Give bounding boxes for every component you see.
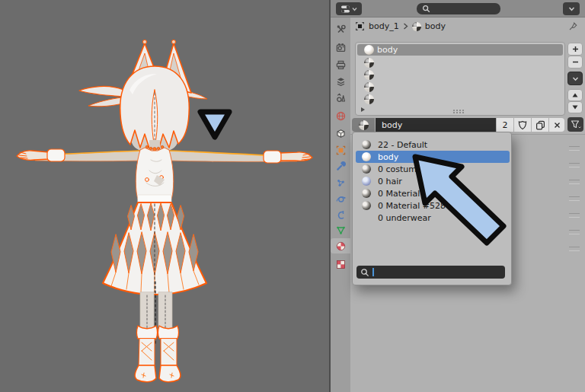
material-slot-empty[interactable] (357, 69, 563, 81)
material-sphere-icon (364, 45, 374, 55)
properties-main: body_1 body body (350, 18, 585, 392)
tab-modifiers[interactable] (331, 158, 350, 174)
fake-user-button[interactable] (514, 118, 531, 132)
material-sphere-icon (362, 140, 371, 149)
pin-icon[interactable] (567, 21, 579, 32)
tab-constraints[interactable] (331, 207, 350, 222)
users-count: 2 (503, 120, 508, 130)
filter-button[interactable] (567, 117, 583, 132)
wrench-icon (336, 161, 346, 171)
boot-right (158, 326, 181, 382)
material-sphere-icon (362, 164, 371, 174)
triangle-down-icon (572, 105, 578, 110)
object-data-icon (336, 225, 346, 235)
panel-grip-icon[interactable] (569, 213, 580, 218)
close-icon (554, 122, 561, 129)
panel-grip-icon[interactable] (569, 163, 580, 167)
slot-specials-button[interactable] (567, 72, 583, 85)
material-sphere-icon (364, 58, 374, 68)
material-sphere-icon (362, 201, 371, 210)
move-slot-up-button[interactable] (567, 89, 583, 101)
breadcrumb: body_1 body (350, 18, 585, 35)
new-material-button[interactable] (532, 118, 548, 132)
move-slot-down-button[interactable] (567, 101, 583, 113)
material-name-field[interactable]: body (376, 118, 496, 132)
header-search-input[interactable] (417, 3, 500, 14)
dropdown-item-label: 0 Material #528 (378, 201, 446, 211)
triangle-up-icon (572, 93, 578, 97)
panel-grip-icon[interactable] (569, 146, 580, 151)
panel-grip-icon[interactable] (569, 230, 580, 234)
header-options-button[interactable] (563, 2, 580, 15)
texture-checker-icon (336, 260, 346, 269)
unlink-material-button[interactable] (549, 118, 564, 132)
tab-output[interactable] (331, 57, 350, 72)
tab-material-active[interactable] (331, 238, 350, 253)
dropdown-item[interactable]: 0 Material #528 (356, 199, 510, 212)
scene-icon (336, 93, 346, 103)
layers-icon (336, 77, 346, 87)
physics-orbit-icon (336, 194, 346, 204)
properties-tab-column (331, 18, 350, 392)
panel-grip-icon[interactable] (569, 196, 580, 201)
chevron-down-icon (572, 76, 579, 81)
tab-world[interactable] (331, 108, 350, 123)
cuff-right (264, 151, 281, 163)
dropdown-item-label: 0 costume (378, 164, 422, 174)
chevron-down-icon (568, 6, 575, 11)
particles-icon (336, 178, 346, 188)
add-slot-button[interactable] (567, 43, 583, 56)
tab-tool[interactable] (331, 21, 350, 37)
viewport-canvas (0, 0, 329, 392)
material-datablock-row: body 2 (352, 118, 564, 132)
breadcrumb-object[interactable]: body_1 (369, 21, 399, 31)
properties-editor-icon (340, 5, 351, 14)
material-slot-selected[interactable]: body (357, 44, 563, 56)
panel-grip-icon[interactable] (569, 247, 580, 251)
dropdown-item[interactable]: 0 costume (356, 163, 510, 175)
minus-icon (572, 59, 579, 65)
tab-collection[interactable] (331, 126, 350, 141)
tab-physics[interactable] (331, 191, 350, 206)
tab-particles[interactable] (331, 175, 350, 190)
dropdown-search-input[interactable] (356, 266, 505, 279)
dropdown-item[interactable]: 22 - Default (356, 139, 510, 151)
remove-slot-button[interactable] (567, 56, 583, 69)
properties-header (331, 0, 585, 18)
dropdown-item[interactable]: 0 underwear (356, 212, 510, 224)
search-icon (360, 268, 369, 277)
tab-object[interactable] (331, 142, 350, 158)
list-resize-grip[interactable] (453, 110, 455, 111)
browse-material-button[interactable] (352, 118, 375, 132)
search-icon (422, 5, 430, 13)
chevron-right-icon (403, 23, 408, 30)
dropdown-item-label: 22 - Default (378, 140, 427, 150)
dropdown-item[interactable]: 0 Material #499 (356, 187, 510, 199)
dropdown-item-label: 0 Material #499 (378, 189, 446, 199)
tab-view-layer[interactable] (331, 74, 350, 89)
editor-type-button[interactable] (336, 2, 362, 15)
tab-scene[interactable] (331, 90, 350, 105)
material-slot-empty[interactable] (357, 57, 563, 69)
dropdown-item-selected[interactable]: body (356, 151, 510, 163)
object-icon (355, 21, 365, 31)
dropdown-item-label: 0 hair (378, 177, 402, 186)
tab-render[interactable] (331, 40, 350, 55)
tab-object-data[interactable] (331, 222, 350, 237)
breadcrumb-material[interactable]: body (425, 21, 446, 31)
3d-viewport[interactable] (0, 0, 329, 392)
material-slot-empty[interactable] (357, 81, 563, 93)
expand-triangle-icon[interactable] (361, 107, 365, 112)
material-sphere-icon (364, 82, 374, 92)
constraint-clamp-icon (336, 210, 346, 220)
panel-grip-icon[interactable] (569, 180, 580, 184)
text-cursor (372, 268, 374, 276)
material-sphere-icon (362, 177, 371, 186)
dropdown-item-label: 0 underwear (378, 213, 431, 223)
material-sphere-icon (359, 120, 369, 130)
material-slot-empty[interactable] (357, 94, 563, 105)
tab-texture[interactable] (331, 257, 350, 272)
material-users-button[interactable]: 2 (497, 118, 513, 132)
collection-box-icon (336, 129, 346, 139)
dropdown-item[interactable]: 0 hair (356, 175, 510, 187)
